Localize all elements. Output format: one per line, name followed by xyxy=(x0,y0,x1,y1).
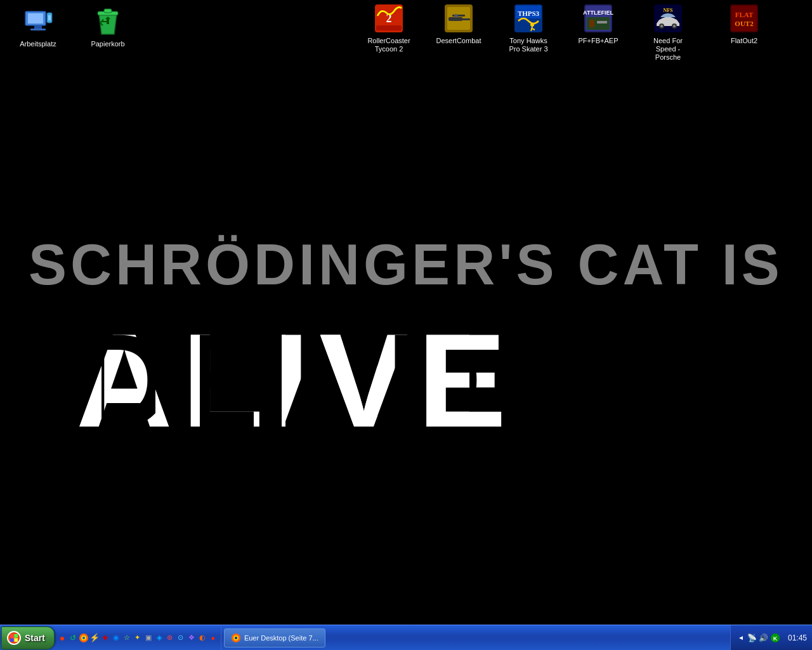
svg-point-30 xyxy=(454,14,458,18)
tray-arrow[interactable]: ◄ xyxy=(736,633,746,643)
tray-icon-kaspersky[interactable]: K xyxy=(770,633,780,643)
alive-dead-svg: ALIVE DEAD ALIVE xyxy=(57,300,755,439)
quicklaunch-icon-13[interactable]: ❖ xyxy=(187,633,197,643)
svg-rect-2 xyxy=(254,300,285,439)
flatout2-icon: FLAT OUT2 xyxy=(729,3,759,34)
svg-rect-55 xyxy=(10,638,14,642)
nfs-icon: NFS xyxy=(653,3,683,34)
thps3-label: Tony Hawks Pro Skater 3 xyxy=(503,36,554,54)
tray-icons-group: ◄ 📡 🔊 K xyxy=(736,633,780,643)
wallpaper-line2: ALIVE DEAD ALIVE xyxy=(57,300,755,439)
quicklaunch-icon-7[interactable]: ☆ xyxy=(122,633,132,643)
svg-text:DEAD: DEAD xyxy=(76,306,492,439)
wallpaper: SCHRÖDINGER'S CAT IS xyxy=(0,51,812,625)
svg-rect-21 xyxy=(104,9,112,13)
nfs-label: Need For Speed - Porsche xyxy=(643,36,693,63)
svg-text:FLAT: FLAT xyxy=(735,11,754,18)
taskbar-middle: Euer Desktop (Seite 7... xyxy=(221,628,730,647)
quicklaunch-icon-9[interactable]: ▣ xyxy=(143,633,154,643)
desktop-icon-papierkorb[interactable]: Papierkorb xyxy=(82,6,133,49)
svg-rect-8 xyxy=(377,300,422,439)
pffb-label: PF+FB+AEP xyxy=(577,36,620,46)
quicklaunch-icon-1[interactable]: ● xyxy=(57,633,67,643)
wallpaper-line1: SCHRÖDINGER'S CAT IS xyxy=(29,236,783,293)
svg-rect-41 xyxy=(589,20,594,27)
taskbar-item-label: Euer Desktop (Seite 7... xyxy=(244,634,318,642)
svg-rect-1 xyxy=(155,300,200,439)
taskbar-item-firefox[interactable]: Euer Desktop (Seite 7... xyxy=(224,628,325,647)
desktop: SCHRÖDINGER'S CAT IS xyxy=(0,0,812,625)
svg-rect-7 xyxy=(285,300,320,439)
svg-text:ALIVE: ALIVE xyxy=(76,306,516,439)
svg-point-62 xyxy=(235,637,237,639)
desktop-icon-pffb[interactable]: BATTLEFIELD PF+FB+AEP xyxy=(573,3,624,46)
quicklaunch-icon-5[interactable]: ★ xyxy=(100,633,110,643)
svg-rect-28 xyxy=(461,18,470,20)
svg-rect-54 xyxy=(15,634,18,638)
arbeitsplatz-label: Arbeitsplatz xyxy=(18,39,58,49)
desktop-icon-thps3[interactable]: THPS3 Tony Hawks Pro Skater 3 xyxy=(503,3,554,54)
svg-rect-14 xyxy=(28,13,43,23)
desktop-icon-flatout2[interactable]: FLAT OUT2 FlatOut2 xyxy=(719,3,769,46)
windows-logo xyxy=(7,631,21,645)
thps3-icon: THPS3 xyxy=(513,3,544,34)
quicklaunch-icon-6[interactable]: ◉ xyxy=(111,633,121,643)
quicklaunch-icon-11[interactable]: ⊛ xyxy=(165,633,175,643)
rct2-label: RollerCoaster Tycoon 2 xyxy=(363,36,414,54)
svg-point-59 xyxy=(82,637,85,639)
clock[interactable]: 01:45 xyxy=(783,633,807,642)
desktop-icon-rct2[interactable]: 2 RollerCoaster Tycoon 2 xyxy=(363,3,414,54)
quicklaunch-icon-14[interactable]: ◐ xyxy=(197,633,207,643)
svg-text:THPS3: THPS3 xyxy=(518,10,540,17)
svg-point-48 xyxy=(673,25,676,27)
svg-rect-4 xyxy=(422,300,469,439)
quicklaunch-icon-4[interactable]: ⚡ xyxy=(89,633,100,643)
svg-rect-0 xyxy=(57,300,102,439)
svg-point-47 xyxy=(660,25,663,27)
papierkorb-icon xyxy=(93,6,123,37)
quicklaunch-icon-8[interactable]: ✦ xyxy=(133,633,143,643)
quicklaunch-icon-10[interactable]: ◈ xyxy=(154,633,164,643)
quicklaunch-firefox[interactable] xyxy=(79,633,89,643)
svg-text:BATTLEFIELD: BATTLEFIELD xyxy=(583,10,613,16)
svg-text:K: K xyxy=(773,635,778,642)
quicklaunch-icon-12[interactable]: ⊙ xyxy=(176,633,186,643)
desertcombat-icon xyxy=(443,3,474,34)
svg-rect-42 xyxy=(597,21,607,23)
svg-rect-6 xyxy=(200,300,254,439)
svg-point-34 xyxy=(530,23,534,27)
svg-rect-29 xyxy=(452,15,465,17)
quicklaunch-icon-15[interactable]: ● xyxy=(208,633,218,643)
svg-rect-53 xyxy=(10,634,14,638)
quicklaunch-icon-2[interactable]: ↺ xyxy=(68,633,78,643)
svg-rect-5 xyxy=(102,300,155,439)
start-button[interactable]: Start xyxy=(1,627,55,649)
svg-text:ALIVE: ALIVE xyxy=(76,306,516,439)
desktop-icon-nfs[interactable]: NFS Need For Speed - Porsche xyxy=(643,3,693,63)
desktop-icon-arbeitsplatz[interactable]: Arbeitsplatz xyxy=(13,6,63,49)
pffb-icon: BATTLEFIELD xyxy=(583,3,613,34)
svg-rect-16 xyxy=(30,29,46,30)
tray-icon-volume[interactable]: 🔊 xyxy=(759,633,769,643)
arbeitsplatz-icon xyxy=(23,6,53,37)
svg-rect-27 xyxy=(449,17,462,21)
tray-icon-network[interactable]: 📡 xyxy=(747,633,757,643)
start-label: Start xyxy=(25,633,45,643)
svg-text:OUT2: OUT2 xyxy=(735,20,754,27)
system-tray: ◄ 📡 🔊 K 01:45 xyxy=(730,625,812,650)
svg-rect-3 xyxy=(320,300,377,439)
svg-rect-9 xyxy=(469,300,755,439)
svg-rect-56 xyxy=(15,638,18,642)
svg-rect-24 xyxy=(376,25,402,30)
svg-rect-15 xyxy=(34,25,42,29)
svg-rect-50 xyxy=(731,6,757,31)
rct2-icon: 2 xyxy=(374,3,404,34)
desertcombat-label: DesertCombat xyxy=(435,36,483,46)
desktop-icon-desertcombat[interactable]: DesertCombat xyxy=(433,3,484,46)
flatout2-label: FlatOut2 xyxy=(729,36,759,46)
papierkorb-label: Papierkorb xyxy=(89,39,126,49)
firefox-taskbar-icon xyxy=(231,633,241,643)
svg-rect-18 xyxy=(48,15,51,20)
svg-text:NFS: NFS xyxy=(663,8,673,13)
taskbar: Start ● ↺ ⚡ ★ ◉ ☆ ✦ ▣ ◈ ⊛ ⊙ ❖ ◐ ● xyxy=(0,625,812,650)
